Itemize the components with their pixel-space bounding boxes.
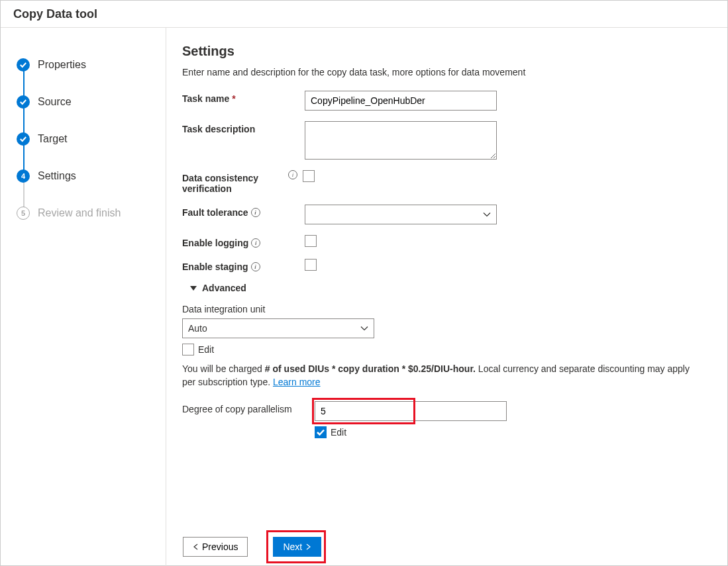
content: Settings Enter name and description for … [166,28,727,566]
previous-button[interactable]: Previous [183,537,248,557]
header: Copy Data tool [1,1,727,28]
sidebar: Properties Source Target 4 [1,28,166,566]
step-label: Properties [38,59,86,71]
charge-note: You will be charged # of used DIUs * cop… [182,362,699,389]
task-name-label: Task name * [182,91,305,104]
parallelism-edit-row: Edit [315,426,507,438]
diu-edit-label: Edit [198,344,214,355]
data-consistency-checkbox[interactable] [303,170,315,182]
chevron-down-icon [360,324,368,332]
diu-edit-checkbox[interactable] [182,344,194,355]
data-consistency-label: Data consistency verification [182,170,288,194]
info-icon[interactable]: i [251,208,260,217]
advanced-toggle[interactable]: Advanced [190,283,711,293]
info-icon[interactable]: i [251,238,260,248]
fault-tolerance-label: Fault tolerance i [182,205,305,218]
chevron-right-icon [305,543,311,550]
page-title: Settings [182,44,711,59]
task-description-row: Task description [182,121,711,160]
step-label: Review and finish [38,207,121,219]
step-review[interactable]: 5 Review and finish [1,195,166,232]
task-description-input[interactable] [305,121,497,160]
parallelism-input[interactable] [315,401,507,421]
step-label: Settings [38,170,76,182]
fault-tolerance-select[interactable] [305,205,497,224]
app-window: Copy Data tool Properties Source [0,0,728,566]
enable-staging-label: Enable staging i [182,259,305,272]
step-number-icon: 4 [17,169,30,183]
fault-tolerance-row: Fault tolerance i [182,205,711,224]
enable-logging-checkbox[interactable] [305,235,317,247]
step-properties[interactable]: Properties [1,46,166,83]
diu-label: Data integration unit [182,304,711,314]
data-consistency-row: Data consistency verification i [182,170,711,194]
parallelism-edit-checkbox[interactable] [315,426,327,438]
info-icon[interactable]: i [288,170,297,179]
enable-logging-label: Enable logging i [182,235,305,248]
diu-select[interactable]: Auto [182,318,374,338]
check-icon [17,132,30,146]
enable-logging-row: Enable logging i [182,235,711,248]
header-title: Copy Data tool [13,7,97,21]
required-asterisk: * [232,93,235,104]
task-name-input[interactable] [305,91,497,111]
check-icon [17,58,30,71]
step-source[interactable]: Source [1,83,166,120]
parallelism-edit-label: Edit [331,427,346,438]
diu-edit-row: Edit [182,344,711,355]
footer: Previous Next [183,528,727,565]
parallelism-label: Degree of copy parallelism [182,401,315,414]
next-button[interactable]: Next [273,537,321,557]
step-settings[interactable]: 4 Settings [1,158,166,195]
enable-staging-row: Enable staging i [182,259,711,272]
check-icon [17,95,30,109]
step-label: Source [38,96,72,108]
chevron-down-icon [483,211,491,218]
page-description: Enter name and description for the copy … [182,67,711,77]
learn-more-link[interactable]: Learn more [273,377,321,387]
info-icon[interactable]: i [251,262,260,271]
enable-staging-checkbox[interactable] [305,259,317,271]
task-description-label: Task description [182,121,305,134]
step-number-icon: 5 [17,207,30,220]
body: Properties Source Target 4 [1,28,727,566]
task-name-row: Task name * [182,91,711,111]
step-target[interactable]: Target [1,120,166,158]
parallelism-row: Degree of copy parallelism Edit [182,401,711,445]
chevron-left-icon [193,543,199,550]
triangle-down-icon [190,286,197,291]
step-label: Target [38,133,67,145]
